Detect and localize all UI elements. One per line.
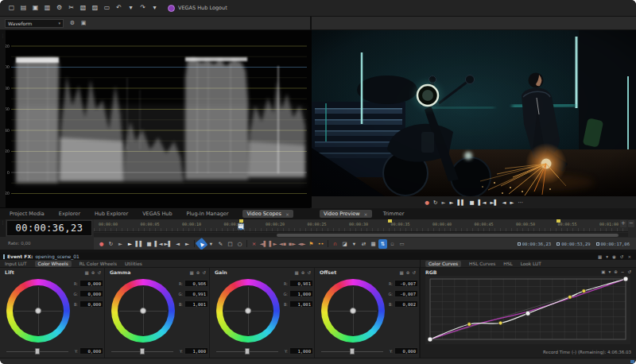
- undo-icon[interactable]: ↶: [114, 2, 124, 14]
- tab-utilities[interactable]: Utilities: [125, 261, 142, 266]
- hue-ring[interactable]: [216, 279, 280, 343]
- play-button[interactable]: ►: [126, 239, 134, 249]
- wheel-menu-icon[interactable]: ▦: [400, 270, 404, 275]
- undo-menu-icon[interactable]: ▾: [126, 2, 136, 14]
- slip-right-button[interactable]: ▪►: [288, 239, 297, 249]
- wheel-gain-b-value[interactable]: 1,001: [289, 300, 313, 308]
- vegas-hub-icon[interactable]: [168, 5, 175, 12]
- render-as-icon[interactable]: ▥: [42, 2, 52, 14]
- wheel-offset-r-value[interactable]: -0,007: [394, 280, 418, 287]
- more-button[interactable]: ···: [518, 199, 523, 207]
- play-from-start-button[interactable]: ►: [441, 199, 445, 207]
- curve-presets-icon[interactable]: ▣: [601, 269, 605, 274]
- go-to-start-button[interactable]: ▌◄: [479, 199, 487, 207]
- wheel-target-icon[interactable]: ⊕: [301, 270, 305, 275]
- tab-vegas-hub[interactable]: VEGAS Hub: [142, 210, 172, 218]
- tab-color-curves[interactable]: Color Curves: [425, 261, 461, 267]
- wheel-target-icon[interactable]: ⊕: [406, 270, 410, 275]
- trim-start-button[interactable]: ◄▌: [259, 239, 268, 249]
- wheel-balance-handle[interactable]: [245, 308, 251, 314]
- color-curve-editor[interactable]: [425, 276, 630, 344]
- copy-icon[interactable]: ▧: [78, 2, 88, 14]
- loop-playback-button[interactable]: ↻: [433, 199, 437, 207]
- scope-refresh-icon[interactable]: ▣: [80, 20, 87, 26]
- auto-ripple-button[interactable]: ◪: [340, 239, 349, 249]
- wheel-gamma-g-value[interactable]: 0,991: [184, 290, 208, 297]
- paste-icon[interactable]: ▨: [90, 2, 100, 14]
- curve-control-point[interactable]: [568, 295, 572, 299]
- mixer-button[interactable]: ⇅: [378, 239, 387, 249]
- tab-project-media[interactable]: Project Media: [10, 210, 45, 218]
- selection-start-timecode[interactable]: 00:00:36,23: [518, 242, 551, 246]
- wheel-reset-icon[interactable]: ↺: [307, 270, 311, 275]
- curve-control-point[interactable]: [525, 311, 530, 316]
- grading-reset-icon[interactable]: ↺: [620, 254, 624, 259]
- ignore-grouping-button[interactable]: ▦: [369, 239, 378, 249]
- wheel-reset-icon[interactable]: ↺: [202, 270, 206, 275]
- project-properties-icon[interactable]: ⚙: [54, 2, 64, 14]
- record-button[interactable]: ●: [97, 239, 106, 249]
- go-to-end-button[interactable]: ►▌: [491, 199, 498, 207]
- zoom-tool-button[interactable]: ○: [235, 239, 244, 249]
- tab-look-lut[interactable]: Look LUT: [521, 261, 541, 266]
- wheel-target-icon[interactable]: ⊕: [91, 270, 95, 275]
- wheel-offset-g-value[interactable]: -0,007: [394, 290, 418, 297]
- more-tools-button[interactable]: ▭: [398, 239, 406, 249]
- wheel-gain-y-value[interactable]: 1,000: [289, 347, 313, 354]
- previous-frame-button[interactable]: ◄: [502, 199, 506, 207]
- track-fx-button[interactable]: ▫: [388, 239, 397, 249]
- wheel-reset-icon[interactable]: ↺: [97, 270, 101, 275]
- slider-handle[interactable]: [245, 348, 250, 354]
- previous-frame-button[interactable]: ◄: [173, 239, 182, 249]
- new-project-icon[interactable]: ▢: [6, 2, 17, 14]
- delete-button[interactable]: ×: [250, 239, 258, 249]
- wheel-lift-b-value[interactable]: 0,000: [80, 300, 103, 308]
- tab-color-wheels[interactable]: Color Wheels: [35, 261, 72, 267]
- curve-add-point-icon[interactable]: ⊕: [614, 269, 618, 274]
- wheel-lift-g-value[interactable]: 0,000: [80, 290, 103, 297]
- tab-hub-explorer[interactable]: Hub Explorer: [95, 210, 128, 218]
- record-button[interactable]: ●: [425, 199, 429, 207]
- timeline-scrollbar[interactable]: [94, 233, 628, 237]
- wheel-balance-handle[interactable]: [350, 308, 356, 314]
- wheel-lift-r-value[interactable]: 0,000: [80, 280, 103, 287]
- tab-hsl[interactable]: HSL: [503, 261, 512, 266]
- grading-menu-icon[interactable]: ▾: [606, 254, 608, 259]
- curve-control-point[interactable]: [467, 323, 471, 327]
- selection-length-timecode[interactable]: 00:00:17,06: [596, 242, 630, 246]
- tab-rl-color-wheels[interactable]: RL Color Wheels: [80, 261, 117, 266]
- go-to-start-button[interactable]: ▌◄: [154, 239, 163, 249]
- hue-ring[interactable]: [111, 279, 175, 343]
- scope-settings-icon[interactable]: ⚙: [68, 20, 76, 26]
- zoom-in-button[interactable]: +: [620, 220, 626, 227]
- close-icon[interactable]: ×: [285, 211, 289, 217]
- insert-region-button[interactable]: ••: [316, 239, 325, 249]
- next-frame-button[interactable]: ►: [510, 199, 514, 207]
- slider-handle[interactable]: [350, 348, 355, 354]
- save-project-icon[interactable]: ▣: [30, 2, 41, 14]
- stop-button[interactable]: ■: [469, 199, 474, 207]
- selection-tool-button[interactable]: □: [226, 239, 235, 249]
- wheel-menu-icon[interactable]: ▦: [85, 270, 89, 275]
- wheel-menu-icon[interactable]: ▦: [295, 270, 299, 275]
- scope-type-select[interactable]: Waveform ▾: [5, 19, 64, 28]
- tab-video-scopes[interactable]: Video Scopes×: [242, 210, 293, 218]
- curve-menu-icon[interactable]: ▾: [608, 269, 611, 274]
- enable-snapping-button[interactable]: ∩: [331, 239, 339, 249]
- redo-icon[interactable]: ↷: [138, 2, 148, 14]
- insert-marker-button[interactable]: ⚑: [307, 239, 316, 249]
- open-project-icon[interactable]: ▤: [18, 2, 29, 14]
- tab-trimmer[interactable]: Trimmer: [383, 210, 405, 218]
- slip-left-button[interactable]: ◄▪: [278, 239, 287, 249]
- timecode-grip-handle[interactable]: ⋮: [0, 219, 6, 237]
- close-icon[interactable]: ×: [364, 211, 368, 217]
- trim-end-button[interactable]: ▌►: [269, 239, 277, 249]
- curve-control-point[interactable]: [582, 289, 586, 293]
- wheel-menu-icon[interactable]: ▦: [190, 270, 194, 275]
- wheel-balance-handle[interactable]: [140, 308, 146, 314]
- wheel-gamma-r-value[interactable]: 0,986: [184, 280, 208, 287]
- edit-tool-button[interactable]: ▲: [195, 237, 207, 250]
- curve-control-point[interactable]: [498, 321, 502, 325]
- wheel-gain-g-value[interactable]: 1,000: [289, 290, 313, 297]
- play-from-start-button[interactable]: ►: [116, 239, 125, 249]
